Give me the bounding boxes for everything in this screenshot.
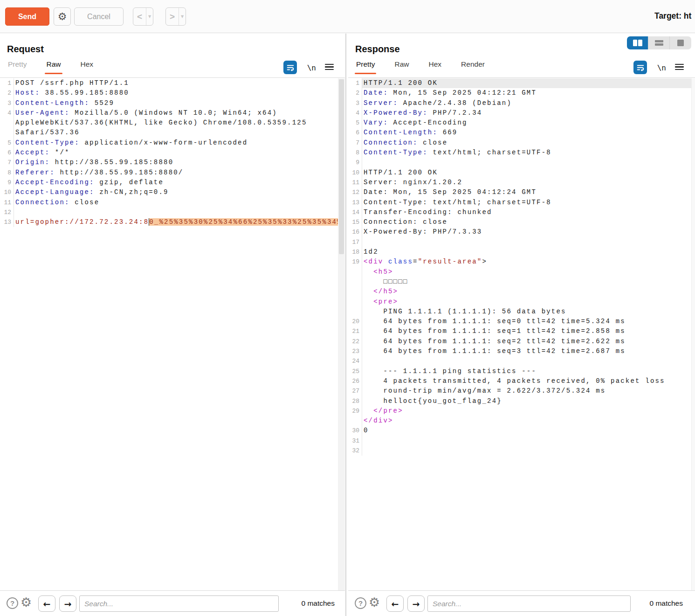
response-scrollbar[interactable] bbox=[691, 78, 695, 590]
show-newlines-toggle[interactable]: \n bbox=[307, 63, 316, 72]
code-token: Origin: bbox=[15, 159, 50, 166]
previous-request-button[interactable]: < ▼ bbox=[133, 7, 153, 26]
next-request-button[interactable]: > ▼ bbox=[165, 7, 186, 26]
line-number bbox=[348, 307, 362, 317]
word-wrap-toggle-button[interactable] bbox=[633, 61, 647, 74]
previous-match-button[interactable]: ← bbox=[386, 595, 404, 612]
editor-menu-icon[interactable] bbox=[325, 62, 334, 71]
columns-view-button[interactable] bbox=[627, 36, 648, 49]
request-search-input[interactable] bbox=[79, 595, 279, 612]
line-text: Content-Type: text/html; charset=UTF-8 bbox=[362, 148, 695, 158]
code-line: 1POST /ssrf.php HTTP/1.1 bbox=[0, 78, 345, 88]
code-line: 17 bbox=[348, 237, 695, 247]
line-number: 6 bbox=[0, 148, 14, 158]
code-line: 9 bbox=[348, 158, 695, 167]
panel-divider[interactable] bbox=[345, 34, 346, 616]
response-panel-header: Response PrettyRawHexRender bbox=[348, 34, 695, 78]
code-token: class bbox=[388, 258, 413, 265]
search-settings-gear-icon[interactable]: ⚙ bbox=[369, 595, 380, 609]
line-text: 1d2 bbox=[362, 247, 695, 257]
code-line: 3Server: Apache/2.4.38 (Debian) bbox=[348, 98, 695, 108]
line-text: Host: 38.55.99.185:8880 bbox=[14, 88, 345, 98]
request-scrollbar[interactable] bbox=[338, 78, 345, 590]
request-match-count: 0 matches bbox=[301, 599, 335, 608]
line-number: 12 bbox=[0, 208, 14, 217]
editor-menu-icon[interactable] bbox=[675, 62, 684, 71]
code-token: gzip, deflate bbox=[95, 179, 164, 186]
next-match-button[interactable]: → bbox=[407, 595, 425, 612]
code-line: <pre> bbox=[348, 297, 695, 307]
next-match-button[interactable]: → bbox=[59, 595, 76, 612]
code-line: 10Accept-Language: zh-CN,zh;q=0.9 bbox=[0, 187, 345, 197]
line-text: HTTP/1.1 200 OK bbox=[362, 78, 695, 88]
response-match-count: 0 matches bbox=[649, 599, 683, 608]
line-text: Date: Mon, 15 Sep 2025 04:12:24 GMT bbox=[362, 187, 695, 197]
line-number: 16 bbox=[348, 227, 362, 237]
previous-match-button[interactable]: ← bbox=[38, 595, 55, 612]
code-token bbox=[364, 298, 373, 305]
request-scrollbar-thumb[interactable] bbox=[339, 79, 344, 254]
rows-view-icon bbox=[655, 39, 663, 47]
line-text bbox=[362, 158, 695, 167]
code-token: <pre> bbox=[373, 298, 398, 305]
line-number bbox=[348, 416, 362, 426]
single-view-button[interactable] bbox=[670, 36, 691, 49]
tab-render[interactable]: Render bbox=[461, 60, 485, 74]
tab-pretty[interactable]: Pretty bbox=[356, 60, 375, 74]
line-number: 22 bbox=[348, 337, 362, 346]
request-editor[interactable]: 1POST /ssrf.php HTTP/1.12Host: 38.55.99.… bbox=[0, 78, 345, 590]
next-dropdown-arrow-icon[interactable]: ▼ bbox=[179, 8, 186, 25]
rows-view-button[interactable] bbox=[648, 36, 670, 49]
code-token: HTTP/1.1 200 OK bbox=[364, 169, 438, 176]
code-line: 6Accept: */* bbox=[0, 148, 345, 158]
code-token: round-trip min/avg/max = 2.622/3.372/5.3… bbox=[364, 387, 606, 395]
tab-hex[interactable]: Hex bbox=[81, 60, 94, 74]
code-token: Host: bbox=[15, 89, 40, 97]
line-text: HTTP/1.1 200 OK bbox=[362, 168, 695, 178]
line-number: 13 bbox=[0, 217, 14, 227]
code-token: Connection: bbox=[15, 199, 70, 206]
help-icon[interactable]: ? bbox=[7, 597, 18, 609]
show-newlines-toggle[interactable]: \n bbox=[657, 63, 666, 72]
code-line: 22 64 bytes from 1.1.1.1: seq=2 ttl=42 t… bbox=[348, 337, 695, 346]
send-button[interactable]: Send bbox=[5, 7, 49, 26]
code-line: 24 bbox=[348, 356, 695, 366]
code-token: Accept-Encoding bbox=[388, 119, 468, 126]
line-number: 20 bbox=[348, 317, 362, 326]
code-token: zh-CN,zh;q=0.9 bbox=[95, 188, 169, 196]
line-number bbox=[348, 267, 362, 277]
code-line: </h5> bbox=[348, 287, 695, 297]
tab-hex[interactable]: Hex bbox=[429, 60, 442, 74]
line-text: <div class="result-area"> bbox=[362, 257, 695, 267]
code-line: 2Date: Mon, 15 Sep 2025 04:12:21 GMT bbox=[348, 88, 695, 98]
tab-raw[interactable]: Raw bbox=[46, 60, 61, 74]
code-line: 4User-Agent: Mozilla/5.0 (Windows NT 10.… bbox=[0, 108, 345, 138]
code-token: </div> bbox=[364, 417, 393, 424]
cancel-button[interactable]: Cancel bbox=[74, 7, 124, 26]
line-number: 24 bbox=[348, 356, 362, 366]
line-text: X-Powered-By: PHP/7.3.33 bbox=[362, 227, 695, 237]
tab-pretty[interactable]: Pretty bbox=[8, 60, 27, 74]
line-text bbox=[362, 436, 695, 446]
line-text bbox=[362, 446, 695, 456]
code-line: 4X-Powered-By: PHP/7.2.34 bbox=[348, 108, 695, 118]
line-number: 7 bbox=[0, 158, 14, 167]
code-token: PING 1.1.1.1 (1.1.1.1): 56 data bytes bbox=[364, 308, 566, 315]
code-token: http://38.55.99.185:8880 bbox=[50, 159, 173, 166]
code-token: </h5> bbox=[373, 288, 398, 295]
line-text: User-Agent: Mozilla/5.0 (Windows NT 10.0… bbox=[14, 108, 345, 138]
line-text: Transfer-Encoding: chunked bbox=[362, 208, 695, 217]
code-line: 28 helloct{you_got_flag_24} bbox=[348, 396, 695, 406]
response-search-input[interactable] bbox=[427, 595, 631, 612]
line-number: 12 bbox=[348, 187, 362, 197]
help-icon[interactable]: ? bbox=[355, 597, 366, 609]
search-settings-gear-icon[interactable]: ⚙ bbox=[21, 595, 32, 609]
response-editor[interactable]: 1HTTP/1.1 200 OK2Date: Mon, 15 Sep 2025 … bbox=[348, 78, 695, 590]
prev-dropdown-arrow-icon[interactable]: ▼ bbox=[146, 8, 153, 25]
code-token: 1d2 bbox=[364, 248, 378, 256]
word-wrap-toggle-button[interactable] bbox=[283, 61, 297, 74]
tab-raw[interactable]: Raw bbox=[394, 60, 409, 74]
line-number: 28 bbox=[348, 396, 362, 406]
code-line: 6Content-Length: 669 bbox=[348, 128, 695, 138]
send-settings-button[interactable]: ⚙ bbox=[54, 7, 71, 26]
